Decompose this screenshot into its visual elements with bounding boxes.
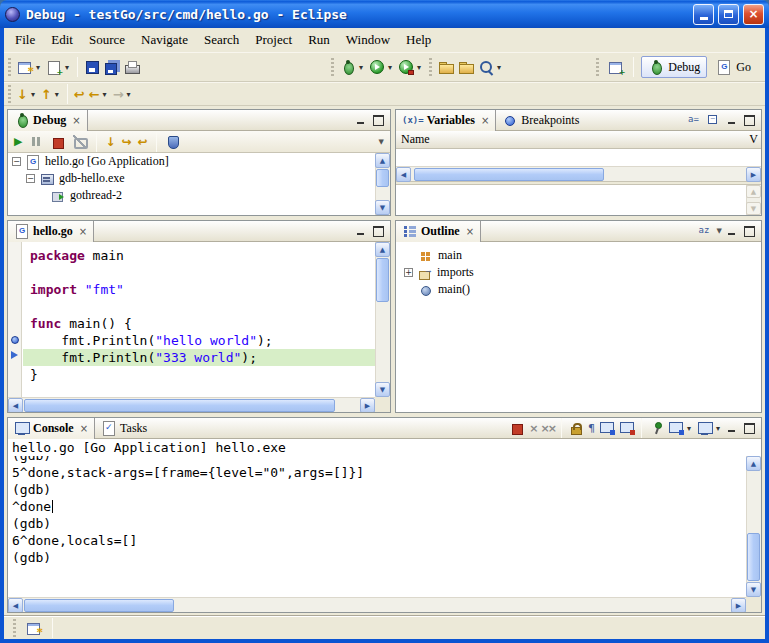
- chevron-down-icon[interactable]: ▾: [685, 424, 693, 433]
- display-console-button[interactable]: ▾: [666, 416, 695, 440]
- collapse-expander-icon[interactable]: −: [26, 174, 35, 183]
- maximize-view-button[interactable]: [742, 421, 757, 435]
- variables-horizontal-scrollbar[interactable]: ◀ ▶: [396, 166, 761, 181]
- scrollbar-thumb[interactable]: [24, 399, 335, 412]
- open-resource-button[interactable]: [436, 55, 456, 79]
- console-horizontal-scrollbar[interactable]: ◀ ▶: [8, 597, 746, 612]
- close-tab-icon[interactable]: ×: [72, 115, 80, 126]
- scroll-up-icon[interactable]: ▲: [746, 456, 761, 471]
- next-annotation-button[interactable]: ↓ ▾: [15, 82, 39, 106]
- code-line[interactable]: func main() {: [23, 315, 375, 332]
- console-vertical-scrollbar[interactable]: ▲ ▼: [746, 456, 761, 597]
- detail-vertical-scrollbar[interactable]: ▲ ▼: [746, 185, 761, 215]
- tab-variables[interactable]: (x)= Variables ×: [396, 110, 496, 131]
- scroll-lock-button[interactable]: [566, 416, 586, 440]
- minimize-view-button[interactable]: [724, 421, 739, 435]
- maximize-view-button[interactable]: [371, 113, 386, 127]
- code-line[interactable]: }: [23, 366, 375, 383]
- scroll-left-icon[interactable]: ◀: [8, 598, 23, 612]
- menu-project[interactable]: Project: [247, 29, 300, 51]
- chevron-down-icon[interactable]: ▾: [714, 424, 722, 433]
- word-wrap-button[interactable]: ¶: [586, 416, 597, 440]
- tab-tasks[interactable]: Tasks: [95, 418, 153, 439]
- console-terminate-button[interactable]: [507, 416, 527, 440]
- close-tab-icon[interactable]: ×: [466, 226, 474, 237]
- chevron-down-icon[interactable]: ▾: [386, 63, 394, 72]
- current-debug-line[interactable]: fmt.Println("333 world");: [23, 349, 375, 366]
- last-edit-location-button[interactable]: ↩: [72, 82, 87, 106]
- scroll-down-icon[interactable]: ▼: [375, 200, 390, 215]
- tab-console[interactable]: Console ×: [8, 418, 95, 439]
- menu-search[interactable]: Search: [196, 29, 247, 51]
- minimize-view-button[interactable]: [353, 113, 368, 127]
- collapse-expander-icon[interactable]: −: [12, 157, 21, 166]
- close-button[interactable]: ×: [743, 4, 764, 25]
- save-all-button[interactable]: [102, 55, 122, 79]
- show-type-names-button[interactable]: [684, 108, 704, 132]
- toolbar-grip[interactable]: [596, 58, 599, 76]
- print-button[interactable]: [122, 55, 142, 79]
- scrollbar-thumb[interactable]: [747, 533, 760, 581]
- save-button[interactable]: [82, 55, 102, 79]
- breakpoint-marker-icon[interactable]: [11, 336, 19, 344]
- editor-ruler[interactable]: [8, 242, 22, 397]
- scrollbar-thumb[interactable]: [376, 169, 389, 187]
- menu-file[interactable]: File: [7, 29, 43, 51]
- sort-button[interactable]: [695, 219, 715, 243]
- editor-content[interactable]: package main import "fmt" func main() { …: [8, 242, 390, 412]
- outline-view-menu-button[interactable]: ▼: [715, 219, 724, 243]
- debug-tree-row-process[interactable]: − gdb-hello.exe: [8, 170, 390, 187]
- editor-vertical-scrollbar[interactable]: ▲ ▼: [375, 242, 390, 397]
- suspend-button[interactable]: [26, 130, 46, 154]
- debug-tree-row-thread[interactable]: gothread-2: [8, 187, 390, 204]
- perspective-go-button[interactable]: Go: [710, 57, 757, 77]
- search-button[interactable]: ▾: [476, 55, 505, 79]
- scroll-up-icon[interactable]: ▲: [746, 185, 761, 198]
- resume-button[interactable]: ▶: [12, 130, 24, 154]
- variables-detail-pane[interactable]: ▲ ▼: [396, 185, 761, 215]
- new-file-button[interactable]: ▾: [44, 55, 73, 79]
- scroll-right-icon[interactable]: ▶: [731, 598, 746, 612]
- console-content[interactable]: hello.go [Go Application] hello.exe (gdb…: [8, 439, 761, 612]
- chevron-down-icon[interactable]: ▾: [495, 63, 503, 72]
- remove-all-launches-button[interactable]: ××: [539, 416, 557, 440]
- scroll-up-icon[interactable]: ▲: [375, 242, 390, 257]
- tab-breakpoints[interactable]: Breakpoints: [496, 110, 585, 131]
- debug-tree-row-launch[interactable]: − hello.go [Go Application]: [8, 153, 390, 170]
- scroll-down-icon[interactable]: ▼: [746, 202, 761, 215]
- code-line[interactable]: fmt.Println("hello world");: [23, 332, 375, 349]
- run-button[interactable]: ▾: [367, 55, 396, 79]
- toolbar-grip[interactable]: [8, 85, 11, 103]
- open-perspective-button[interactable]: [606, 55, 626, 79]
- scroll-right-icon[interactable]: ▶: [360, 398, 375, 412]
- external-tools-button[interactable]: ▾: [396, 55, 425, 79]
- scroll-up-icon[interactable]: ▲: [375, 153, 390, 168]
- terminate-button[interactable]: [48, 130, 68, 154]
- show-stderr-console-button[interactable]: [617, 416, 637, 440]
- maximize-button[interactable]: [718, 4, 739, 25]
- outline-item-imports[interactable]: + imports: [396, 264, 761, 281]
- menu-run[interactable]: Run: [300, 29, 338, 51]
- maximize-view-button[interactable]: [371, 224, 386, 238]
- debug-button[interactable]: ▾: [338, 55, 367, 79]
- menu-help[interactable]: Help: [398, 29, 439, 51]
- step-return-button[interactable]: ↩: [136, 130, 150, 154]
- new-wizard-button[interactable]: ▾: [15, 55, 44, 79]
- maximize-view-button[interactable]: [742, 224, 757, 238]
- open-type-button[interactable]: [456, 55, 476, 79]
- tab-outline[interactable]: Outline ×: [396, 221, 481, 242]
- statusbar-grip[interactable]: [13, 619, 16, 637]
- collapse-all-button[interactable]: [704, 108, 724, 132]
- scroll-down-icon[interactable]: ▼: [746, 582, 761, 597]
- scroll-left-icon[interactable]: ◀: [396, 167, 411, 182]
- scrollbar-thumb[interactable]: [414, 168, 604, 181]
- maximize-view-button[interactable]: [742, 113, 757, 127]
- menu-window[interactable]: Window: [338, 29, 398, 51]
- disconnect-button[interactable]: [70, 130, 90, 154]
- minimize-view-button[interactable]: [353, 224, 368, 238]
- perspective-debug-button[interactable]: Debug: [641, 56, 707, 78]
- minimize-view-button[interactable]: [724, 113, 739, 127]
- code-line[interactable]: package main: [23, 247, 375, 264]
- chevron-down-icon[interactable]: ▾: [125, 90, 133, 99]
- fast-view-button[interactable]: [24, 616, 44, 640]
